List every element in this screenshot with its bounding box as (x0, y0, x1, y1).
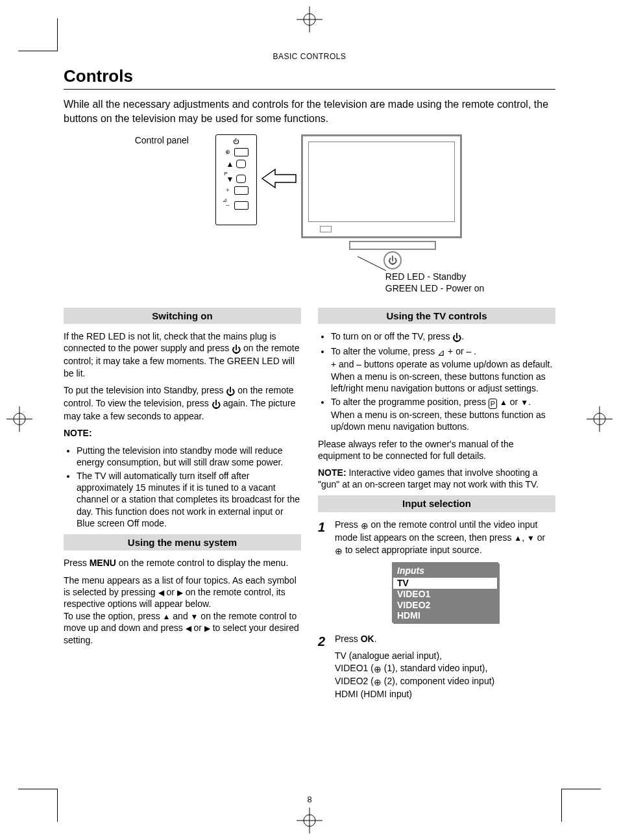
running-head: BASIC CONTROLS (64, 52, 555, 61)
heading-switching-on: Switching on (64, 308, 301, 325)
registration-mark-bottom (297, 808, 322, 834)
power-icon: ⏻ (212, 399, 221, 410)
minus-icon: – (224, 203, 232, 208)
left-column: Switching on If the RED LED is not lit, … (64, 304, 301, 710)
registration-mark-left (6, 406, 32, 434)
triangle-down-icon: ▼ (226, 175, 234, 183)
programme-icon: P (489, 399, 497, 409)
led-green-label: GREEN LED - Power on (385, 282, 485, 294)
registration-mark-top (297, 6, 322, 32)
switching-on-p1: If the RED LED is not lit, check that th… (64, 330, 301, 379)
heading-menu-system: Using the menu system (64, 534, 301, 551)
inputs-menu-item-selected: TV (393, 578, 497, 589)
tv-controls-after: Please always refer to the owner's manua… (318, 438, 555, 462)
tv-controls-list: To turn on or off the TV, press ⏻. To al… (318, 330, 555, 433)
intro-paragraph: While all the necessary adjustments and … (64, 97, 555, 125)
power-icon: ⏻ (232, 139, 240, 145)
crop-mark-bl (18, 789, 58, 822)
triangle-right-icon: ▶ (204, 624, 210, 634)
triangle-down-icon: ▼ (520, 398, 528, 408)
heading-input-selection: Input selection (318, 495, 555, 512)
svg-marker-12 (262, 169, 296, 188)
volume-icon: ⊿ (437, 347, 445, 358)
step-number: 2 (318, 633, 335, 705)
tv-controls-note: NOTE: Interactive video games that invol… (318, 467, 555, 490)
inputs-menu-item: VIDEO1 (393, 589, 497, 600)
input-icon: ⊕ (361, 520, 369, 532)
list-item: To alter the volume, press ⊿ + or – . + … (331, 345, 555, 394)
pointer-arrow-icon (261, 167, 297, 192)
power-icon: ⏻ (452, 332, 461, 343)
crop-mark-br (561, 789, 601, 822)
inputs-menu-item: HDMI (393, 610, 497, 621)
triangle-up-icon: ▲ (500, 398, 507, 408)
svg-line-13 (358, 256, 386, 271)
step-1: 1 Press ⊕ on the remote control until th… (318, 519, 555, 629)
control-diagram: Control panel ⏻ ⊕ ▲ P ▼ + ⊿ – (64, 134, 555, 294)
input-icon: ⊕ (374, 663, 382, 675)
right-column: Using the TV controls To turn on or off … (318, 304, 555, 710)
tv-illustration: ⏻ RED LED - Standby GREEN LED - Power on (301, 134, 485, 294)
input-icon: ⊕ (224, 149, 232, 155)
heading-tv-controls: Using the TV controls (318, 308, 555, 325)
inputs-menu-illustration: Inputs TV VIDEO1 VIDEO2 HDMI (392, 562, 498, 623)
triangle-left-icon: ◀ (186, 624, 191, 634)
input-descriptions: TV (analogue aerial input), VIDEO1 (⊕ (1… (335, 650, 555, 700)
triangle-right-icon: ▶ (177, 588, 183, 599)
control-panel-label: Control panel (135, 135, 213, 145)
list-item: Putting the television into standby mode… (77, 445, 301, 468)
inputs-menu-title: Inputs (393, 563, 497, 578)
note-label: NOTE: (64, 427, 301, 439)
inputs-menu-item: VIDEO2 (393, 600, 497, 611)
step-number: 1 (318, 519, 335, 629)
triangle-up-icon: ▲ (226, 160, 234, 168)
triangle-down-icon: ▼ (527, 534, 535, 544)
tv-power-button-icon: ⏻ (383, 251, 402, 269)
menu-p1: Press MENU on the remote control to disp… (64, 557, 301, 569)
list-item: The TV will automatically turn itself of… (77, 470, 301, 529)
triangle-up-icon: ▲ (514, 534, 522, 544)
menu-p2: The menu appears as a list of four topic… (64, 574, 301, 646)
plus-icon: + (224, 188, 232, 193)
switching-on-p2: To put the television into Standby, pres… (64, 384, 301, 423)
led-red-label: RED LED - Standby (385, 271, 485, 282)
registration-mark-right (587, 406, 613, 434)
triangle-down-icon: ▼ (191, 612, 199, 623)
switching-on-notes: Putting the television into standby mode… (64, 445, 301, 529)
triangle-left-icon: ◀ (158, 588, 164, 599)
page-number: 8 (0, 795, 619, 804)
power-icon: ⏻ (226, 386, 235, 397)
list-item: To turn on or off the TV, press ⏻. (331, 330, 555, 343)
step-2: 2 Press OK. TV (analogue aerial input), … (318, 633, 555, 705)
power-icon: ⏻ (232, 343, 241, 355)
list-item: To alter the programme position, press P… (331, 396, 555, 433)
crop-mark-tl (18, 18, 58, 51)
input-icon: ⊕ (374, 676, 382, 688)
control-panel-illustration: ⏻ ⊕ ▲ P ▼ + ⊿ – (215, 134, 257, 225)
input-icon: ⊕ (335, 545, 343, 557)
page-title: Controls (64, 66, 555, 90)
triangle-up-icon: ▲ (163, 612, 171, 623)
